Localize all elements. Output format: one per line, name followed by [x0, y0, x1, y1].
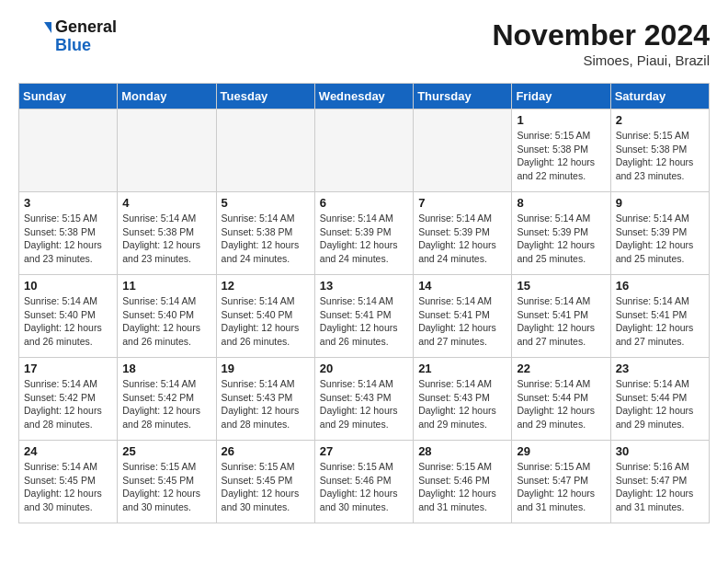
day-number: 15 [517, 279, 605, 293]
day-number: 29 [517, 444, 605, 458]
day-number: 10 [24, 279, 112, 293]
logo-container: General Blue [18, 18, 117, 55]
calendar-cell: 26Sunrise: 5:15 AMSunset: 5:45 PMDayligh… [216, 441, 314, 523]
calendar-cell: 15Sunrise: 5:14 AMSunset: 5:41 PMDayligh… [512, 275, 610, 358]
day-info: Sunrise: 5:15 AMSunset: 5:46 PMDaylight:… [320, 460, 408, 514]
title-block: November 2024 Simoes, Piaui, Brazil [492, 18, 710, 68]
day-info: Sunrise: 5:14 AMSunset: 5:38 PMDaylight:… [122, 212, 210, 266]
day-number: 13 [320, 279, 408, 293]
day-number: 24 [24, 444, 112, 458]
logo: General Blue [18, 18, 117, 55]
calendar-cell [314, 109, 413, 192]
week-row-4: 17Sunrise: 5:14 AMSunset: 5:42 PMDayligh… [19, 358, 710, 441]
day-info: Sunrise: 5:14 AMSunset: 5:41 PMDaylight:… [616, 294, 704, 349]
logo-blue: Blue [55, 37, 117, 55]
day-info: Sunrise: 5:14 AMSunset: 5:39 PMDaylight:… [320, 212, 408, 266]
day-info: Sunrise: 5:14 AMSunset: 5:40 PMDaylight:… [122, 294, 210, 349]
logo-icon-container [18, 20, 51, 53]
day-number: 25 [122, 444, 210, 458]
calendar-cell: 24Sunrise: 5:14 AMSunset: 5:45 PMDayligh… [19, 441, 118, 523]
calendar-cell: 30Sunrise: 5:16 AMSunset: 5:47 PMDayligh… [610, 441, 709, 523]
calendar-cell: 22Sunrise: 5:14 AMSunset: 5:44 PMDayligh… [512, 358, 610, 441]
week-row-1: 1Sunrise: 5:15 AMSunset: 5:38 PMDaylight… [19, 109, 710, 192]
week-row-2: 3Sunrise: 5:15 AMSunset: 5:38 PMDaylight… [19, 192, 710, 275]
svg-marker-0 [44, 22, 51, 33]
day-info: Sunrise: 5:14 AMSunset: 5:39 PMDaylight:… [616, 212, 704, 266]
calendar-cell: 21Sunrise: 5:14 AMSunset: 5:43 PMDayligh… [414, 358, 512, 441]
logo-general: General [55, 18, 117, 37]
calendar-cell [216, 109, 314, 192]
day-info: Sunrise: 5:14 AMSunset: 5:39 PMDaylight:… [517, 212, 605, 266]
day-number: 19 [222, 362, 310, 375]
day-info: Sunrise: 5:14 AMSunset: 5:40 PMDaylight:… [222, 294, 310, 349]
day-number: 8 [517, 196, 605, 210]
day-info: Sunrise: 5:16 AMSunset: 5:47 PMDaylight:… [616, 460, 704, 514]
day-number: 27 [320, 444, 408, 458]
day-info: Sunrise: 5:14 AMSunset: 5:41 PMDaylight:… [517, 294, 605, 349]
calendar-cell: 8Sunrise: 5:14 AMSunset: 5:39 PMDaylight… [512, 192, 610, 275]
logo-text-block: General Blue [55, 18, 117, 55]
day-info: Sunrise: 5:14 AMSunset: 5:44 PMDaylight:… [616, 377, 704, 431]
calendar-cell: 16Sunrise: 5:14 AMSunset: 5:41 PMDayligh… [610, 275, 709, 358]
calendar-cell: 28Sunrise: 5:15 AMSunset: 5:46 PMDayligh… [414, 441, 512, 523]
calendar-cell: 11Sunrise: 5:14 AMSunset: 5:40 PMDayligh… [118, 275, 216, 358]
calendar-cell: 6Sunrise: 5:14 AMSunset: 5:39 PMDaylight… [314, 192, 413, 275]
day-number: 20 [320, 362, 408, 375]
weekday-header-saturday: Saturday [610, 84, 709, 109]
day-info: Sunrise: 5:15 AMSunset: 5:45 PMDaylight:… [222, 460, 310, 514]
day-number: 16 [616, 279, 704, 293]
day-info: Sunrise: 5:15 AMSunset: 5:38 PMDaylight:… [616, 129, 704, 183]
day-info: Sunrise: 5:14 AMSunset: 5:41 PMDaylight:… [418, 294, 506, 349]
week-row-5: 24Sunrise: 5:14 AMSunset: 5:45 PMDayligh… [19, 441, 710, 523]
calendar-cell: 3Sunrise: 5:15 AMSunset: 5:38 PMDaylight… [19, 192, 118, 275]
day-number: 17 [24, 362, 112, 375]
calendar-cell: 7Sunrise: 5:14 AMSunset: 5:39 PMDaylight… [414, 192, 512, 275]
calendar-cell [19, 109, 118, 192]
day-info: Sunrise: 5:15 AMSunset: 5:38 PMDaylight:… [517, 129, 605, 183]
day-number: 28 [418, 444, 506, 458]
calendar-cell: 1Sunrise: 5:15 AMSunset: 5:38 PMDaylight… [512, 109, 610, 192]
day-number: 26 [222, 444, 310, 458]
page-header: General Blue November 2024 Simoes, Piaui… [18, 18, 710, 68]
calendar-cell: 20Sunrise: 5:14 AMSunset: 5:43 PMDayligh… [314, 358, 413, 441]
day-number: 3 [24, 196, 112, 210]
day-number: 4 [122, 196, 210, 210]
day-number: 18 [122, 362, 210, 375]
logo-svg [18, 20, 51, 53]
day-info: Sunrise: 5:14 AMSunset: 5:44 PMDaylight:… [517, 377, 605, 431]
day-info: Sunrise: 5:15 AMSunset: 5:45 PMDaylight:… [122, 460, 210, 514]
day-number: 5 [222, 196, 310, 210]
day-info: Sunrise: 5:14 AMSunset: 5:42 PMDaylight:… [122, 377, 210, 431]
day-info: Sunrise: 5:14 AMSunset: 5:38 PMDaylight:… [222, 212, 310, 266]
weekday-header-wednesday: Wednesday [314, 84, 413, 109]
weekday-header-row: SundayMondayTuesdayWednesdayThursdayFrid… [19, 84, 710, 109]
day-number: 1 [517, 113, 605, 127]
calendar-cell: 2Sunrise: 5:15 AMSunset: 5:38 PMDaylight… [610, 109, 709, 192]
svg-rect-1 [18, 20, 46, 53]
day-info: Sunrise: 5:14 AMSunset: 5:45 PMDaylight:… [24, 460, 112, 514]
calendar-cell: 12Sunrise: 5:14 AMSunset: 5:40 PMDayligh… [216, 275, 314, 358]
day-number: 6 [320, 196, 408, 210]
day-info: Sunrise: 5:14 AMSunset: 5:43 PMDaylight:… [320, 377, 408, 431]
day-number: 7 [418, 196, 506, 210]
weekday-header-thursday: Thursday [414, 84, 512, 109]
day-info: Sunrise: 5:14 AMSunset: 5:43 PMDaylight:… [222, 377, 310, 431]
day-info: Sunrise: 5:15 AMSunset: 5:47 PMDaylight:… [517, 460, 605, 514]
calendar-cell [414, 109, 512, 192]
month-title: November 2024 [492, 18, 710, 52]
calendar-cell: 4Sunrise: 5:14 AMSunset: 5:38 PMDaylight… [118, 192, 216, 275]
day-number: 2 [616, 113, 704, 127]
weekday-header-monday: Monday [118, 84, 216, 109]
day-info: Sunrise: 5:14 AMSunset: 5:41 PMDaylight:… [320, 294, 408, 349]
day-number: 30 [616, 444, 704, 458]
calendar-cell: 13Sunrise: 5:14 AMSunset: 5:41 PMDayligh… [314, 275, 413, 358]
day-number: 23 [616, 362, 704, 375]
day-number: 9 [616, 196, 704, 210]
calendar-cell: 14Sunrise: 5:14 AMSunset: 5:41 PMDayligh… [414, 275, 512, 358]
day-number: 14 [418, 279, 506, 293]
calendar-cell: 19Sunrise: 5:14 AMSunset: 5:43 PMDayligh… [216, 358, 314, 441]
calendar-cell: 29Sunrise: 5:15 AMSunset: 5:47 PMDayligh… [512, 441, 610, 523]
calendar-cell: 9Sunrise: 5:14 AMSunset: 5:39 PMDaylight… [610, 192, 709, 275]
day-info: Sunrise: 5:14 AMSunset: 5:40 PMDaylight:… [24, 294, 112, 349]
weekday-header-sunday: Sunday [19, 84, 118, 109]
